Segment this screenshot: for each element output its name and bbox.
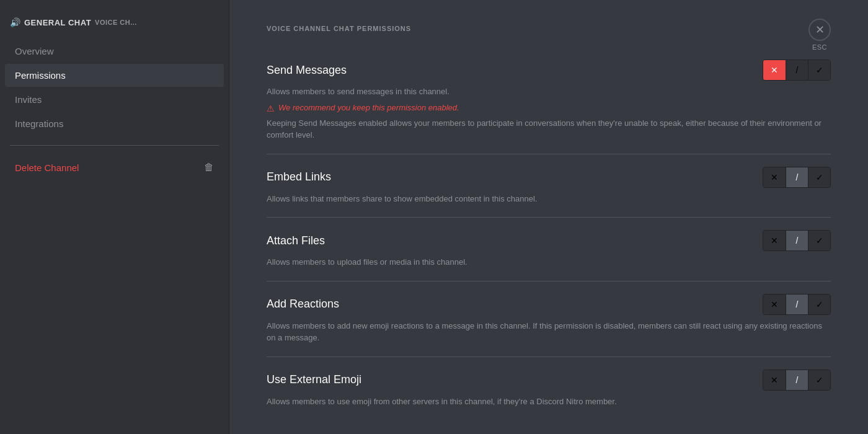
sidebar-item-integrations[interactable]: Integrations <box>5 112 224 135</box>
toggle-group-use-external-emoji: ✕/✓ <box>763 370 831 391</box>
warning-icon-send-messages: ⚠ <box>267 104 275 113</box>
deny-btn-embed-links[interactable]: ✕ <box>763 167 786 187</box>
permission-desc-send-messages: Allows members to send messages in this … <box>267 86 831 98</box>
channel-header: 🔊 GENERAL CHAT VOICE CH... <box>0 12 229 37</box>
permission-row-embed-links: Embed Links✕/✓Allows links that members … <box>267 154 831 218</box>
close-area[interactable]: ✕ ESC <box>808 19 831 51</box>
deny-btn-use-external-emoji[interactable]: ✕ <box>763 370 786 390</box>
neutral-btn-use-external-emoji[interactable]: / <box>786 370 808 390</box>
allow-btn-embed-links[interactable]: ✓ <box>808 167 830 187</box>
esc-label: ESC <box>812 43 827 51</box>
close-button[interactable]: ✕ <box>808 19 831 41</box>
main-content: VOICE CHANNEL CHAT PERMISSIONS ✕ ESC Sen… <box>229 0 868 434</box>
neutral-btn-send-messages[interactable]: / <box>786 60 808 80</box>
allow-btn-add-reactions[interactable]: ✓ <box>808 294 830 314</box>
page-header: VOICE CHANNEL CHAT PERMISSIONS <box>267 25 831 32</box>
delete-channel-button[interactable]: Delete Channel 🗑 <box>5 156 224 179</box>
permission-header-use-external-emoji: Use External Emoji✕/✓ <box>267 370 831 391</box>
voice-channel-icon: 🔊 <box>10 17 20 27</box>
permission-name-send-messages: Send Messages <box>267 64 347 77</box>
permission-desc-embed-links: Allows links that members share to show … <box>267 193 831 205</box>
sidebar: 🔊 GENERAL CHAT VOICE CH... OverviewPermi… <box>0 0 229 434</box>
toggle-group-add-reactions: ✕/✓ <box>763 294 831 315</box>
sidebar-item-invites[interactable]: Invites <box>5 88 224 111</box>
permission-name-embed-links: Embed Links <box>267 170 331 184</box>
permission-name-attach-files: Attach Files <box>267 234 325 247</box>
warning-box-send-messages: ⚠We recommend you keep this permission e… <box>267 103 831 113</box>
permission-header-add-reactions: Add Reactions✕/✓ <box>267 294 831 315</box>
permission-header-attach-files: Attach Files✕/✓ <box>267 230 831 251</box>
toggle-group-embed-links: ✕/✓ <box>763 167 831 188</box>
permission-desc-attach-files: Allows members to upload files or media … <box>267 256 831 268</box>
channel-name-general: GENERAL CHAT <box>24 18 91 27</box>
permission-name-add-reactions: Add Reactions <box>267 298 339 311</box>
sidebar-item-overview[interactable]: Overview <box>5 40 224 63</box>
permission-desc-use-external-emoji: Allows members to use emoji from other s… <box>267 396 831 408</box>
permission-desc-add-reactions: Allows members to add new emoji reaction… <box>267 320 831 344</box>
neutral-btn-attach-files[interactable]: / <box>786 231 808 250</box>
deny-btn-add-reactions[interactable]: ✕ <box>763 294 786 314</box>
deny-btn-attach-files[interactable]: ✕ <box>763 231 786 250</box>
permission-row-add-reactions: Add Reactions✕/✓Allows members to add ne… <box>267 281 831 357</box>
sidebar-item-permissions[interactable]: Permissions <box>5 64 224 87</box>
trash-icon: 🗑 <box>204 162 214 173</box>
allow-btn-use-external-emoji[interactable]: ✓ <box>808 370 830 390</box>
toggle-group-send-messages: ✕/✓ <box>763 60 831 81</box>
sidebar-nav: OverviewPermissionsInvitesIntegrations <box>0 40 229 135</box>
warning-text-send-messages: We recommend you keep this permission en… <box>278 103 459 112</box>
permission-header-embed-links: Embed Links✕/✓ <box>267 167 831 188</box>
allow-btn-send-messages[interactable]: ✓ <box>808 60 830 80</box>
delete-channel-label: Delete Channel <box>15 162 79 173</box>
sidebar-divider <box>10 145 219 146</box>
allow-btn-attach-files[interactable]: ✓ <box>808 231 830 250</box>
neutral-btn-add-reactions[interactable]: / <box>786 294 808 314</box>
channel-name-voice: VOICE CH... <box>95 19 137 26</box>
permission-row-attach-files: Attach Files✕/✓Allows members to upload … <box>267 218 831 281</box>
permission-row-use-external-emoji: Use External Emoji✕/✓Allows members to u… <box>267 357 831 420</box>
deny-btn-send-messages[interactable]: ✕ <box>763 60 786 80</box>
permission-row-send-messages: Send Messages✕/✓Allows members to send m… <box>267 47 831 154</box>
warning-detail-send-messages: Keeping Send Messages enabled allows you… <box>267 117 831 141</box>
toggle-group-attach-files: ✕/✓ <box>763 230 831 251</box>
permission-header-send-messages: Send Messages✕/✓ <box>267 60 831 81</box>
neutral-btn-embed-links[interactable]: / <box>786 167 808 187</box>
permission-name-use-external-emoji: Use External Emoji <box>267 373 361 386</box>
permissions-list: Send Messages✕/✓Allows members to send m… <box>267 47 831 420</box>
